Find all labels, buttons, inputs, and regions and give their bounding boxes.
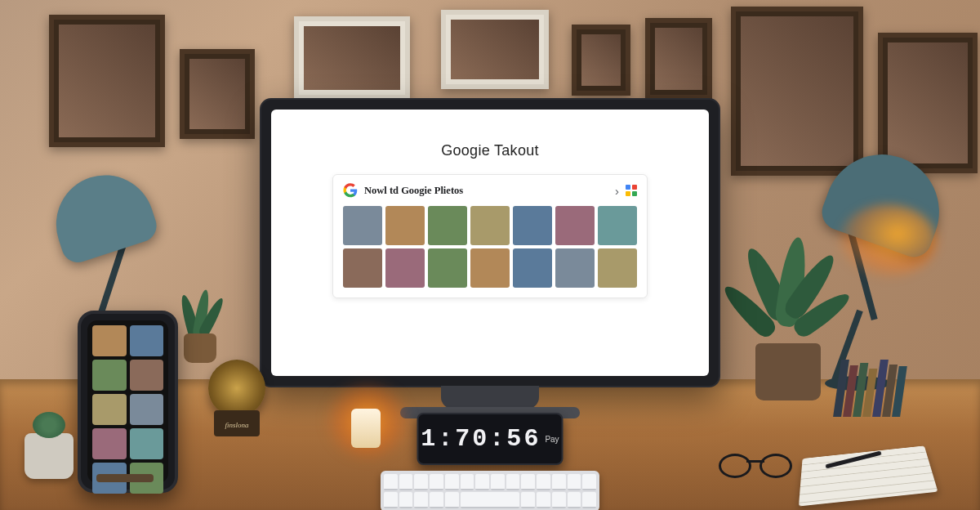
wall-frame bbox=[441, 10, 549, 89]
grid-view-icon[interactable] bbox=[626, 185, 637, 196]
service-card-label: Nowl td Googie Plietos bbox=[364, 185, 608, 197]
decorative-ornament bbox=[208, 360, 265, 417]
photo-thumbnail[interactable] bbox=[555, 206, 595, 245]
desktop-monitor: Googie Takout Nowl td Googie Plietos › bbox=[260, 98, 720, 387]
ornament-label: finslona bbox=[209, 421, 265, 429]
photo-thumbnail-grid bbox=[343, 206, 637, 288]
photo-thumbnail[interactable] bbox=[428, 248, 467, 288]
smartphone[interactable] bbox=[78, 311, 178, 493]
photo-thumbnail[interactable] bbox=[513, 206, 552, 245]
wall-frame bbox=[294, 16, 410, 100]
chevron-right-icon[interactable]: › bbox=[615, 184, 619, 198]
photo-thumbnail[interactable] bbox=[598, 206, 637, 245]
google-logo-icon bbox=[343, 183, 358, 198]
candle bbox=[351, 409, 381, 448]
photo-thumbnail[interactable] bbox=[470, 248, 510, 288]
clock-suffix: Pay bbox=[545, 435, 559, 444]
photo-thumbnail[interactable] bbox=[428, 206, 467, 245]
photo-thumbnail[interactable] bbox=[513, 248, 552, 288]
photo-thumbnail[interactable] bbox=[343, 248, 382, 288]
book-stack bbox=[833, 360, 915, 417]
photo-thumbnail[interactable] bbox=[385, 248, 425, 288]
digital-clock: 1:70:56 Pay bbox=[417, 413, 564, 465]
photo-thumbnail[interactable] bbox=[470, 206, 510, 245]
phone-stand bbox=[96, 474, 154, 482]
photo-thumbnail[interactable] bbox=[555, 248, 595, 288]
service-card[interactable]: Nowl td Googie Plietos › bbox=[332, 174, 648, 298]
potted-plant bbox=[723, 245, 837, 425]
photo-thumbnail[interactable] bbox=[598, 248, 637, 288]
wall-frame bbox=[572, 25, 630, 96]
small-succulent bbox=[24, 433, 74, 479]
clock-time: 1:70:56 bbox=[421, 425, 541, 453]
monitor-screen[interactable]: Googie Takout Nowl td Googie Plietos › bbox=[271, 110, 709, 376]
page-title: Googie Takout bbox=[441, 142, 539, 159]
wall-frame bbox=[49, 15, 165, 147]
eyeglasses bbox=[719, 454, 792, 476]
photo-thumbnail[interactable] bbox=[343, 206, 382, 245]
photo-thumbnail[interactable] bbox=[385, 206, 425, 245]
wall-frame bbox=[180, 49, 255, 139]
keyboard[interactable] bbox=[381, 471, 599, 510]
wall-frame bbox=[645, 18, 712, 100]
phone-screen[interactable] bbox=[87, 320, 168, 483]
